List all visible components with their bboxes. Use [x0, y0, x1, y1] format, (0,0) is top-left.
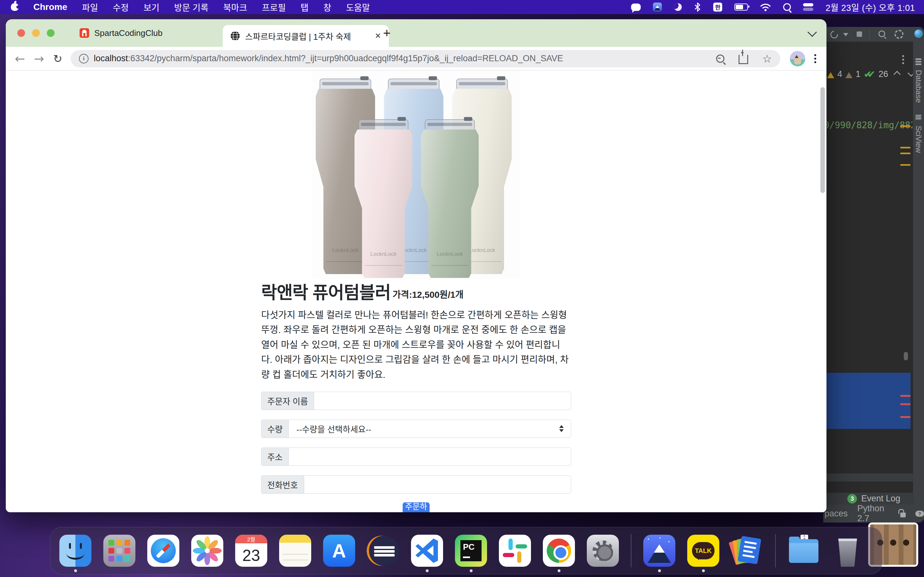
menu-file[interactable]: 파일	[82, 1, 98, 13]
menu-tab[interactable]: 탭	[300, 1, 309, 13]
error-stripe-mark[interactable]	[900, 416, 911, 418]
menubar-app-name[interactable]: Chrome	[33, 2, 67, 12]
dock-pycharm[interactable]: PC	[455, 535, 487, 567]
address-input[interactable]	[288, 448, 571, 466]
warning-stripe-mark[interactable]	[900, 147, 911, 148]
dock-calendar[interactable]: 2월 23	[235, 535, 267, 567]
tab-search-chevron-icon[interactable]	[808, 27, 817, 37]
database-icon[interactable]	[915, 58, 921, 65]
warning-stripe-mark[interactable]	[900, 125, 911, 127]
quantity-select[interactable]: --수량을 선택하세요--	[288, 420, 571, 438]
menu-window[interactable]: 창	[323, 1, 331, 13]
page-scrollbar-thumb[interactable]	[821, 87, 825, 193]
reload-button[interactable]: ↻	[53, 52, 63, 65]
dock-photos[interactable]	[191, 535, 223, 567]
forward-button[interactable]: →	[34, 52, 44, 66]
dock-finder[interactable]	[59, 535, 91, 567]
dock-launchpad[interactable]	[103, 535, 136, 567]
sparta-favicon	[79, 28, 89, 38]
menu-help[interactable]: 도움말	[346, 1, 370, 13]
apple-menu-icon[interactable]	[11, 3, 19, 11]
dock-slack[interactable]	[499, 535, 531, 567]
focus-moon-icon[interactable]	[674, 3, 682, 11]
pycharm-status-bar: paces Python 2.7 ?	[823, 504, 924, 522]
form-row-name: 주문자 이름	[261, 392, 571, 410]
close-window-button[interactable]	[17, 29, 25, 37]
url-host: localhost	[94, 53, 128, 63]
editor-scrollbar-thumb[interactable]	[904, 352, 908, 360]
menu-bookmarks[interactable]: 북마크	[223, 1, 247, 13]
input-source-icon[interactable]: 한	[713, 3, 722, 11]
error-stripe-mark[interactable]	[900, 403, 911, 405]
tab-title: SpartaCodingClub	[94, 28, 162, 38]
battery-icon[interactable]	[734, 3, 748, 11]
dock-app-store[interactable]: A	[323, 535, 355, 567]
nachos-mountain-icon	[643, 535, 675, 567]
back-button[interactable]: ←	[15, 52, 25, 66]
warning-stripe-mark[interactable]	[900, 164, 911, 166]
sciview-grid-icon[interactable]	[916, 115, 921, 120]
bluetooth-icon[interactable]	[694, 2, 701, 12]
dock-safari[interactable]	[147, 535, 179, 567]
toolbar-divider	[869, 30, 869, 39]
wifi-icon[interactable]	[760, 3, 771, 11]
minimize-window-button[interactable]	[32, 29, 40, 37]
run-config-dropdown-icon[interactable]	[843, 33, 848, 39]
control-center-icon[interactable]	[803, 3, 813, 11]
share-icon[interactable]	[738, 55, 748, 64]
ide-settings-icon[interactable]	[895, 30, 903, 39]
inspections-widget[interactable]: 4 1 ✔✔ 26	[827, 69, 914, 80]
dock-eclipse[interactable]	[367, 535, 399, 567]
tool-window-database[interactable]: Database	[914, 70, 923, 103]
new-tab-button[interactable]: +	[383, 27, 391, 39]
dock-trash[interactable]	[832, 535, 864, 567]
phone-input[interactable]	[304, 475, 571, 494]
site-info-icon[interactable]: i	[79, 54, 89, 63]
error-stripe-mark[interactable]	[900, 395, 911, 397]
tab-spartacodingclub[interactable]: SpartaCodingClub ✕	[72, 19, 238, 47]
order-button[interactable]: 주문하기	[403, 502, 430, 512]
menu-view[interactable]: 보기	[144, 1, 160, 13]
cloud-question-icon[interactable]: ?	[915, 511, 924, 517]
name-input[interactable]	[314, 392, 571, 410]
prev-problem-chevron-icon[interactable]	[893, 71, 901, 78]
messages-icon[interactable]	[631, 3, 641, 11]
warning-count: 4	[837, 69, 842, 79]
rerun-icon[interactable]	[829, 29, 840, 40]
indent-status[interactable]: paces	[825, 509, 848, 519]
dock-vscode[interactable]	[411, 535, 443, 567]
profile-avatar[interactable]	[790, 51, 805, 66]
tab-close-icon[interactable]: ✕	[375, 31, 381, 40]
dock-polaris-office[interactable]	[731, 535, 763, 567]
dock-kakaotalk[interactable]: TALK	[687, 535, 719, 567]
menu-profiles[interactable]: 프로필	[262, 1, 286, 13]
warning-stripe-mark[interactable]	[900, 153, 911, 154]
editor-options-kebab-icon[interactable]	[902, 55, 904, 64]
event-log-bar[interactable]: 3 Event Log	[823, 493, 913, 504]
search-everywhere-icon[interactable]	[879, 31, 885, 37]
colorful-sphere-icon[interactable]	[914, 29, 923, 38]
zoom-window-button[interactable]	[47, 29, 55, 37]
interpreter-status[interactable]: Python 2.7	[857, 504, 891, 524]
editor-code-line[interactable]: 0/990/828/img/8828	[824, 120, 913, 131]
tab-strip: SpartaCodingClub ✕ 스파르타코딩클럽 | 1주차 숙제 ✕ +	[6, 19, 827, 47]
tab-homework[interactable]: 스파르타코딩클럽 | 1주차 숙제 ✕	[223, 25, 389, 47]
menubar-clock[interactable]: 2월 23일 (수) 오후 1:01	[825, 1, 915, 13]
product-image: LocknLock LocknLock LocknLock	[312, 71, 520, 279]
menu-edit[interactable]: 수정	[113, 1, 129, 13]
address-bar[interactable]: i localhost:63342/pycharm/sparta/homewor…	[71, 50, 780, 67]
chrome-menu-kebab-icon[interactable]	[814, 54, 816, 63]
zoom-out-icon[interactable]	[716, 55, 724, 63]
dock-chrome[interactable]	[543, 535, 575, 567]
mountain-app-icon[interactable]	[653, 3, 662, 11]
unlock-icon[interactable]	[900, 513, 905, 517]
bookmark-star-icon[interactable]: ☆	[762, 52, 772, 65]
dock-nachos[interactable]	[643, 535, 675, 567]
dock-notes[interactable]	[279, 535, 311, 567]
spotlight-icon[interactable]	[783, 3, 791, 11]
menu-history[interactable]: 방문 기록	[174, 1, 208, 13]
dock-downloads[interactable]	[788, 535, 820, 567]
dock-system-preferences[interactable]	[587, 535, 619, 567]
stop-icon[interactable]	[857, 31, 862, 37]
tool-window-sciview[interactable]: SciView	[914, 126, 923, 153]
